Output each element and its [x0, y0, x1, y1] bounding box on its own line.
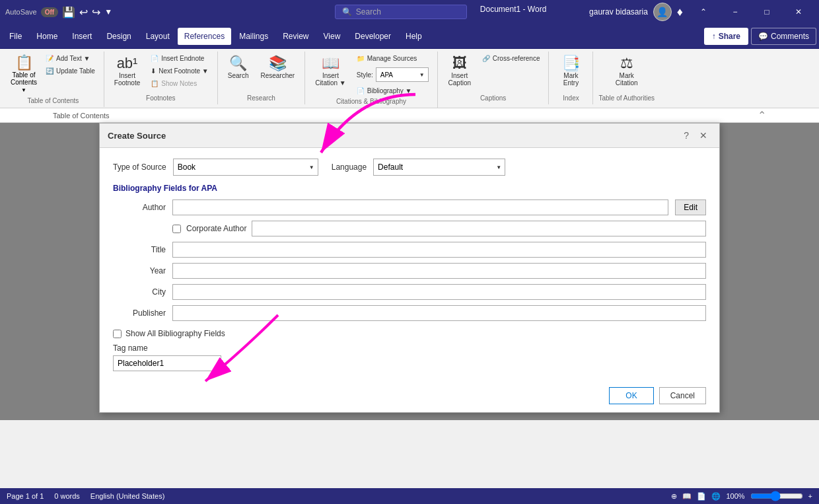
- bibliography-label: Bibliography ▼: [367, 87, 412, 94]
- title-row: Title: [113, 242, 706, 258]
- captions-group-label: Captions: [480, 93, 506, 102]
- insert-citation-button[interactable]: 📖 InsertCitation ▼: [310, 53, 351, 90]
- menu-help[interactable]: Help: [399, 28, 429, 45]
- menu-insert[interactable]: Insert: [65, 28, 98, 45]
- word-count: 0 words: [54, 492, 80, 500]
- close-button[interactable]: ✕: [783, 0, 814, 24]
- publisher-row: Publisher: [113, 305, 706, 321]
- city-label: City: [113, 287, 166, 297]
- menu-references[interactable]: References: [178, 28, 231, 45]
- status-bar: Page 1 of 1 0 words English (United Stat…: [0, 488, 819, 504]
- manage-sources-button[interactable]: 📁 Manage Sources: [353, 53, 432, 64]
- maximize-button[interactable]: □: [752, 0, 782, 24]
- dialog-close-button[interactable]: ✕: [695, 129, 711, 142]
- dialog-footer: OK Cancel: [100, 382, 719, 412]
- menu-home[interactable]: Home: [30, 28, 64, 45]
- mark-citation-button[interactable]: ⚖ MarkCitation: [610, 53, 643, 90]
- publisher-label: Publisher: [113, 308, 166, 318]
- cross-reference-button[interactable]: 🔗 Cross-reference: [479, 53, 544, 64]
- author-input[interactable]: [172, 199, 668, 215]
- toc-stack: 📝 Add Text ▼ 🔄 Update Table: [42, 53, 98, 77]
- ruler-bar: Table of Contents ⌃: [0, 108, 819, 123]
- read-view-icon[interactable]: 📖: [682, 492, 692, 501]
- bottom-section: Show All Bibliography Fields Tag name: [113, 329, 706, 371]
- zoom-slider[interactable]: [750, 491, 803, 501]
- web-view-icon[interactable]: 🌐: [711, 492, 721, 501]
- share-button[interactable]: ↑ Share: [704, 28, 748, 45]
- toc-icon: 📋: [15, 55, 33, 70]
- save-icon[interactable]: 💾: [62, 6, 75, 18]
- redo-icon[interactable]: ↪: [92, 6, 100, 18]
- author-edit-button[interactable]: Edit: [675, 199, 706, 215]
- next-footnote-button[interactable]: ⬇ Next Footnote ▼: [147, 65, 212, 77]
- dialog-help-button[interactable]: ?: [680, 129, 693, 142]
- tag-input[interactable]: [113, 355, 221, 371]
- add-text-button[interactable]: 📝 Add Text ▼: [42, 53, 98, 64]
- show-notes-label: Show Notes: [161, 80, 197, 87]
- mark-entry-button[interactable]: 📑 MarkEntry: [554, 53, 587, 90]
- comments-button[interactable]: 💬 Comments: [751, 28, 816, 45]
- bibliography-button[interactable]: 📄 Bibliography ▼: [353, 85, 432, 96]
- researcher-button[interactable]: 📚 Researcher: [256, 53, 299, 83]
- citations-stack: 📁 Manage Sources Style: APA MLA Chicago …: [353, 53, 432, 96]
- language-select-wrapper[interactable]: Default English: [373, 159, 505, 176]
- corporate-author-input[interactable]: [252, 221, 706, 236]
- collapse-ribbon-icon[interactable]: ⌃: [758, 109, 766, 122]
- add-text-icon: 📝: [46, 55, 53, 62]
- corporate-author-checkbox[interactable]: [172, 225, 181, 233]
- menu-view[interactable]: View: [317, 28, 347, 45]
- style-select[interactable]: APA MLA Chicago: [376, 67, 429, 82]
- zoom-in-icon[interactable]: +: [808, 492, 812, 500]
- style-selector[interactable]: Style: APA MLA Chicago: [353, 65, 432, 84]
- menu-design[interactable]: Design: [100, 28, 137, 45]
- undo-icon[interactable]: ↩: [79, 6, 88, 18]
- type-of-source-select-wrapper[interactable]: Book Journal Article Web Site: [173, 159, 318, 176]
- researcher-icon: 📚: [269, 56, 287, 71]
- menu-bar: File Home Insert Design Layout Reference…: [0, 24, 819, 49]
- ribbon-group-toa: ⚖ MarkCitation Table of Authorities: [593, 52, 660, 104]
- focus-icon[interactable]: ⊕: [671, 492, 677, 501]
- ribbon-group-index: 📑 MarkEntry Index: [549, 52, 593, 104]
- publisher-input[interactable]: [172, 305, 706, 321]
- autosave-toggle[interactable]: Off: [41, 7, 58, 17]
- research-group-label: Research: [247, 93, 275, 102]
- type-of-source-select[interactable]: Book Journal Article Web Site: [173, 159, 318, 176]
- avatar: 👤: [653, 3, 672, 21]
- title-input[interactable]: [172, 242, 706, 258]
- ribbon-collapse-button[interactable]: ⌃: [688, 0, 719, 24]
- search-box[interactable]: 🔍 Search: [335, 5, 467, 19]
- table-of-contents-button[interactable]: 📋 Table ofContents ▼: [8, 53, 40, 96]
- menu-review[interactable]: Review: [276, 28, 315, 45]
- cancel-button[interactable]: Cancel: [659, 387, 706, 404]
- style-label: Style:: [357, 71, 373, 79]
- menu-developer[interactable]: Developer: [348, 28, 398, 45]
- print-view-icon[interactable]: 📄: [697, 492, 706, 501]
- menu-mailings[interactable]: Mailings: [232, 28, 275, 45]
- ribbon-group-toc: 📋 Table ofContents ▼ 📝 Add Text ▼ 🔄 Upda…: [3, 52, 104, 107]
- researcher-label: Researcher: [260, 72, 295, 79]
- menu-file[interactable]: File: [3, 28, 28, 45]
- mark-citation-icon: ⚖: [620, 56, 633, 71]
- insert-caption-button[interactable]: 🖼 InsertCaption: [443, 53, 476, 90]
- show-all-checkbox[interactable]: [113, 330, 122, 338]
- style-select-wrapper[interactable]: APA MLA Chicago: [376, 67, 429, 82]
- ok-button[interactable]: OK: [609, 387, 653, 404]
- username: gaurav bidasaria: [589, 7, 648, 17]
- search-button[interactable]: 🔍 Search: [223, 53, 254, 83]
- type-language-row: Type of Source Book Journal Article Web …: [113, 159, 706, 176]
- table-of-contents-tab-label: Table of Contents: [53, 112, 110, 120]
- language-select[interactable]: Default English: [373, 159, 505, 176]
- update-table-button[interactable]: 🔄 Update Table: [42, 65, 98, 77]
- city-input[interactable]: [172, 284, 706, 300]
- year-input[interactable]: [172, 263, 706, 279]
- search-icon: 🔍: [342, 7, 352, 17]
- insert-footnote-button[interactable]: ab¹ InsertFootnote: [110, 53, 145, 90]
- app-title: Document1 - Word: [480, 5, 546, 19]
- index-group-label: Index: [563, 93, 579, 102]
- insert-endnote-button[interactable]: 📄 Insert Endnote: [147, 53, 212, 64]
- show-notes-button[interactable]: 📋 Show Notes: [147, 78, 212, 89]
- minimize-button[interactable]: −: [720, 0, 750, 24]
- dialog-overlay: Create Source ? ✕ Type of Source Book J: [0, 123, 819, 420]
- menu-layout[interactable]: Layout: [139, 28, 176, 45]
- customize-icon[interactable]: ▼: [104, 7, 112, 17]
